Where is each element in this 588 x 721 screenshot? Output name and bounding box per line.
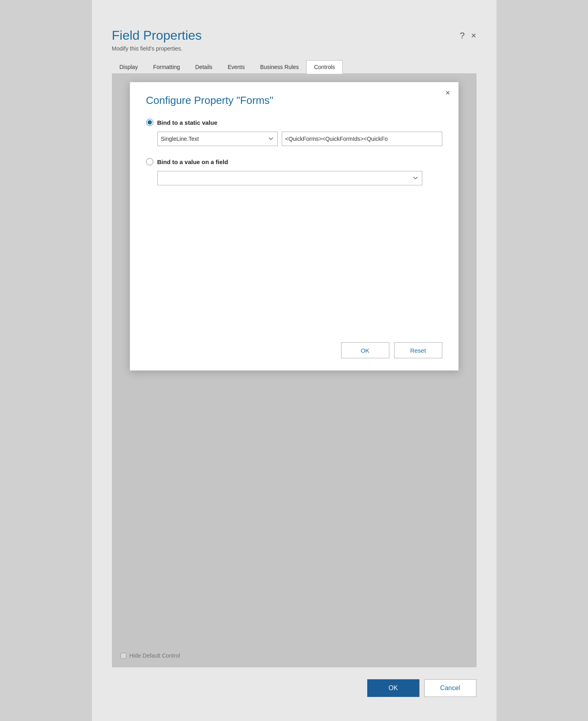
modal-footer: OK Reset xyxy=(146,326,442,358)
header-text: Field Properties Modify this field's pro… xyxy=(112,28,202,52)
page-footer: OK Cancel xyxy=(92,667,496,697)
footer-cancel-button[interactable]: Cancel xyxy=(424,679,476,697)
footer-ok-button[interactable]: OK xyxy=(367,679,419,697)
static-value-fields: SingleLine.Text MultiLine.Text Lookup In… xyxy=(157,132,442,146)
field-value-fields xyxy=(157,171,442,185)
modal-ok-button[interactable]: OK xyxy=(341,342,389,358)
modal-title: Configure Property "Forms" xyxy=(146,94,442,107)
close-icon[interactable]: × xyxy=(471,31,476,40)
help-icon[interactable]: ? xyxy=(460,31,464,40)
static-type-dropdown[interactable]: SingleLine.Text MultiLine.Text Lookup In… xyxy=(157,132,278,146)
tab-display[interactable]: Display xyxy=(112,60,146,74)
modal-close-icon[interactable]: × xyxy=(446,89,450,97)
tab-events[interactable]: Events xyxy=(220,60,252,74)
field-value-dropdown[interactable] xyxy=(157,171,422,185)
page-title: Field Properties xyxy=(112,28,202,43)
header-icons: ? × xyxy=(460,28,476,40)
page-subtitle: Modify this field's properties. xyxy=(112,45,202,52)
modal-overlay: × Configure Property "Forms" Bind to a s… xyxy=(112,74,476,667)
content-area: × Configure Property "Forms" Bind to a s… xyxy=(112,74,476,667)
dialog-header: Field Properties Modify this field's pro… xyxy=(92,16,496,60)
static-value-radio[interactable] xyxy=(146,119,153,126)
page-wrapper: Field Properties Modify this field's pro… xyxy=(92,0,496,721)
field-value-option-group: Bind to a value on a field xyxy=(146,158,442,185)
static-value-label[interactable]: Bind to a static value xyxy=(146,119,442,126)
field-value-radio[interactable] xyxy=(146,158,153,165)
tabs-container: Display Formatting Details Events Busine… xyxy=(92,60,496,74)
field-value-label[interactable]: Bind to a value on a field xyxy=(146,158,442,165)
tabs-bar: Display Formatting Details Events Busine… xyxy=(112,60,476,74)
configure-property-modal: × Configure Property "Forms" Bind to a s… xyxy=(130,82,459,371)
tab-details[interactable]: Details xyxy=(187,60,220,74)
static-value-option-group: Bind to a static value SingleLine.Text M… xyxy=(146,119,442,146)
static-value-text: Bind to a static value xyxy=(157,119,218,126)
tab-business-rules[interactable]: Business Rules xyxy=(252,60,307,74)
static-value-input[interactable] xyxy=(282,132,442,146)
modal-reset-button[interactable]: Reset xyxy=(394,342,442,358)
field-value-text: Bind to a value on a field xyxy=(157,158,228,165)
tab-controls[interactable]: Controls xyxy=(306,60,342,74)
tab-formatting[interactable]: Formatting xyxy=(145,60,187,74)
